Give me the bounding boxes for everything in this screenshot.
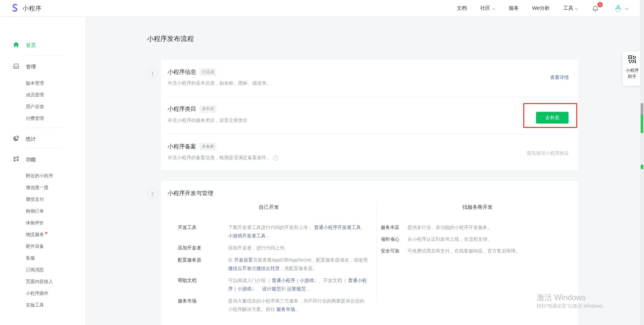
nav-item-nav-services[interactable]: 服务 <box>509 5 519 11</box>
section-title: 小程序类目 <box>168 105 196 113</box>
sidebar-item-payment-mgmt[interactable]: 付费管理 <box>0 112 86 124</box>
dev-row-config-server: 配置服务器在 开发设置页面查看AppID和AppSecret，配置服务器域名，或… <box>178 256 368 273</box>
chevron-down-icon <box>625 5 629 11</box>
top-header: 小程序 文档社区服务We分析工具 1 ky <box>0 0 644 17</box>
dev-row-text: 从小程序认证到发布上线，全流程支持。 <box>408 235 572 243</box>
section-desc: 补充小程序的备案信息，检测是否满足备案条件。 ? <box>168 155 278 161</box>
sidebar-section-statistics[interactable]: 统计 <box>0 133 86 145</box>
sidebar-item-wechat-pay[interactable]: 微信支付 <box>0 193 86 205</box>
scrollbar-green-marker <box>641 165 643 169</box>
divider <box>167 97 569 97</box>
dev-row-label: 开发工具 <box>178 223 228 240</box>
inline-link[interactable]: 小游戏 <box>237 286 252 291</box>
sidebar-item-subscribe-message[interactable]: 订阅消息 <box>0 264 86 276</box>
sidebar-section-features[interactable]: 功能 <box>0 154 86 165</box>
miniprogram-logo[interactable]: 小程序 <box>10 3 42 14</box>
notification-bell[interactable]: 1 <box>592 4 600 12</box>
sidebar-item-experiment-tools[interactable]: 实验工具 <box>0 299 86 311</box>
top-nav: 文档社区服务We分析工具 1 kychakr <box>457 3 644 13</box>
nav-item-label: 服务 <box>509 5 519 11</box>
inline-link[interactable]: 小游戏 <box>300 278 314 283</box>
sidebar-item-page-content-access[interactable]: 页面内容接入 <box>0 276 86 287</box>
dev-row-text: 在 开发设置页面查看AppID和AppSecret，配置服务器域名，或使用微信云… <box>228 256 368 273</box>
sidebar-divider <box>26 128 63 128</box>
sidebar-item-label: 客服 <box>26 255 35 261</box>
divider <box>167 134 569 134</box>
inline-link[interactable]: 设计规范 <box>262 286 281 291</box>
account-menu[interactable]: kychakr <box>613 3 629 13</box>
page-title: 小程序发布流程 <box>147 34 194 43</box>
sidebar-item-label: 成员管理 <box>26 92 44 98</box>
sidebar-item-label: 首页 <box>26 42 36 49</box>
sidebar-item-nearby-miniprogram[interactable]: 附近的小程序 <box>0 170 86 182</box>
dev-row-dev-tools: 开发工具下载开发者工具进行代码的开发和上传： 普通小程序开发者工具、 小游戏开发… <box>178 223 368 240</box>
qr-code-icon <box>628 55 636 65</box>
sidebar-item-label: 用户反馈 <box>26 104 44 110</box>
sidebar-item-miniprogram-plugin[interactable]: 小程序插件 <box>0 287 86 299</box>
scrollbar-thumb[interactable] <box>641 103 643 133</box>
self-develop-column: 自己开发 开发工具下载开发者工具进行代码的开发和上传： 普通小程序开发者工具、 … <box>161 199 377 325</box>
dev-row-text: 可免费试用后再支付、在线客服响应、官方售后保障。 <box>408 247 572 255</box>
service-provider-column: 找服务商开发 服务丰富提供多行业、多功能的小程序开发服务。省时省心从小程序认证到… <box>377 199 578 325</box>
widget-label-line2: 助手 <box>626 74 639 80</box>
sidebar-item-label: 订阅消息 <box>26 267 44 273</box>
miniprogram-assistant-widget[interactable]: 小程序 助手 <box>623 51 642 86</box>
step-number-1: 1 <box>148 68 158 78</box>
sidebar-item-home[interactable]: 首页 <box>0 40 86 51</box>
page-scrollbar[interactable] <box>640 0 644 325</box>
inline-link[interactable]: 微信云开发 <box>228 266 252 271</box>
inline-link[interactable]: 服务市场 <box>276 307 295 312</box>
dev-row-label: 添加开发者 <box>178 244 228 252</box>
sidebar-item-shopping-orders[interactable]: 购物订单 <box>0 205 86 217</box>
nav-item-label: 工具 <box>563 5 573 11</box>
section-miniprogram-filing: 小程序备案 未备案 <box>168 143 216 150</box>
sidebar-item-hardware-device[interactable]: 硬件设备 <box>0 240 86 252</box>
sidebar-section-label: 管理 <box>26 64 36 70</box>
nav-item-nav-tools[interactable]: 工具 <box>563 5 578 11</box>
inline-link[interactable]: 小游戏开发者工具 <box>228 233 266 238</box>
nav-item-nav-community[interactable]: 社区 <box>480 5 495 11</box>
sidebar-divider <box>26 55 63 56</box>
dev-row-text: 提供大量优质的小程序第三方服务，为不同行业的商家提供合适的小程序解决方案。前往 … <box>228 297 368 314</box>
inline-link[interactable]: 开发设置 <box>234 257 253 263</box>
home-icon <box>13 41 19 49</box>
sidebar-item-label: 体验评价 <box>26 220 44 226</box>
status-badge: 已完成 <box>200 68 216 76</box>
dev-row-text: 可以阅读入门介绍（ 普通小程序｜小游戏）、开发文档（ 普通小程序｜小游戏）、 设… <box>228 276 368 293</box>
view-details-link[interactable]: 查看详情 <box>550 75 569 81</box>
sidebar-item-version-mgmt[interactable]: 版本管理 <box>0 77 86 89</box>
sidebar-section-manage[interactable]: 管理 <box>0 61 86 73</box>
dev-row-label: 帮助文档 <box>178 276 228 293</box>
chevron-down-icon <box>492 5 495 11</box>
help-icon[interactable]: ? <box>273 155 278 160</box>
sidebar-section-label: 功能 <box>26 156 36 163</box>
sidebar-item-label: 小程序插件 <box>26 290 49 296</box>
section-desc: 补充小程序的服务类目，设置主营类目 <box>168 118 248 124</box>
new-dot <box>45 232 47 234</box>
dev-row-time-saving: 省时省心从小程序认证到发布上线，全流程支持。 <box>381 235 572 243</box>
sidebar-item-label: 微信支付 <box>26 196 44 202</box>
sidebar-item-user-feedback[interactable]: 用户反馈 <box>0 101 86 112</box>
sidebar-item-logistics-service[interactable]: 物流服务 <box>0 229 86 240</box>
sidebar-item-experience-review[interactable]: 体验评价 <box>0 217 86 229</box>
section-title: 小程序备案 <box>168 143 196 150</box>
nav-item-nav-we-analytics[interactable]: We分析 <box>532 5 550 11</box>
dev-row-help-docs: 帮助文档可以阅读入门介绍（ 普通小程序｜小游戏）、开发文档（ 普通小程序｜小游戏… <box>178 276 368 293</box>
sidebar-section-label: 统计 <box>26 136 36 142</box>
inline-link[interactable]: 运营规范 <box>287 286 306 291</box>
dev-row-label: 服务丰富 <box>381 223 408 232</box>
inline-link[interactable]: ｜ <box>233 286 237 291</box>
sidebar-item-customer-service[interactable]: 客服 <box>0 252 86 264</box>
inline-link[interactable]: 普通小程序 <box>272 278 295 283</box>
go-fill-category-button[interactable]: 去补充 <box>536 112 569 124</box>
notification-badge: 1 <box>597 2 603 7</box>
dev-row-service-rich: 服务丰富提供多行业、多功能的小程序开发服务。 <box>381 223 572 232</box>
inline-link[interactable]: ｜ <box>295 278 300 283</box>
sidebar-item-wechat-search[interactable]: 微信搜一搜 <box>0 182 86 193</box>
nav-item-nav-docs[interactable]: 文档 <box>457 5 467 11</box>
inline-link[interactable]: 普通小程序开发者工具 <box>314 225 361 230</box>
inline-link[interactable]: 微信云托管 <box>256 266 280 271</box>
column-header: 自己开发 <box>161 204 377 211</box>
sidebar-item-member-mgmt[interactable]: 成员管理 <box>0 89 86 101</box>
dev-row-label: 安全可靠 <box>381 247 408 255</box>
